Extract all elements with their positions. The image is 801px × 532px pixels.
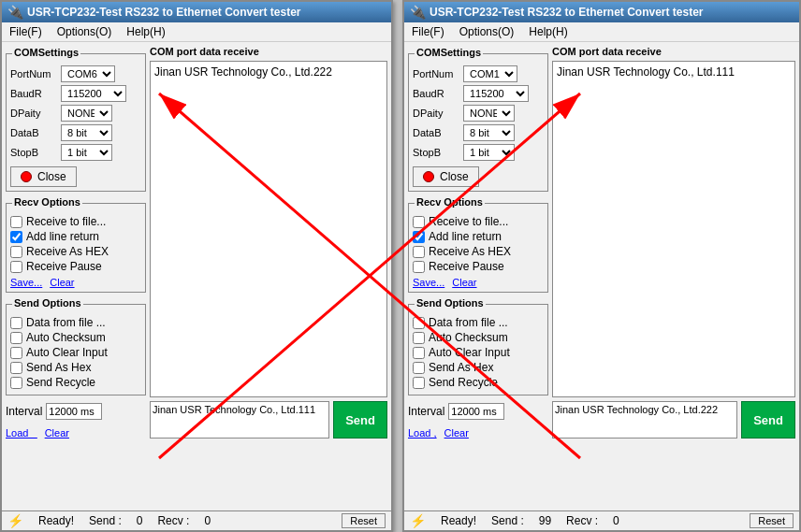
menu-options-2[interactable]: Options(O) (456, 24, 518, 39)
recv-clear-btn-1[interactable]: Clear (50, 277, 74, 288)
recv-opt-label-3-1: Receive Pause (26, 260, 102, 273)
menu-help-2[interactable]: Help(H) (525, 24, 571, 39)
menu-file-1[interactable]: File(F) (6, 24, 46, 39)
interval-label-1: Interval (6, 405, 42, 418)
recv-check-1-1[interactable] (10, 231, 22, 243)
send-stat-label-1: Send : (89, 514, 122, 527)
load-btn-2[interactable]: Load , (408, 427, 437, 439)
load-btn-1[interactable]: Load _ (6, 427, 37, 439)
recv-check-3-1[interactable] (10, 261, 22, 273)
send-opt-0-2: Data from file ... (413, 316, 544, 329)
com-settings-group-1: COMSettings PortNum COM6 BaudR 115200 (6, 53, 146, 192)
com-settings-title-2: COMSettings (415, 47, 483, 58)
menu-file-2[interactable]: File(F) (408, 24, 448, 39)
close-button-1[interactable]: Close (10, 166, 77, 187)
interval-input-2[interactable] (448, 403, 504, 420)
recv-options-title-1: Recv Options (12, 196, 82, 208)
close-label-1: Close (37, 170, 66, 183)
send-opt-0-1: Data from file ... (10, 316, 141, 329)
data-label-2: DataB (413, 127, 459, 138)
send-options-group-2: Send Options Data from file ... Auto Che… (408, 304, 548, 395)
port-select-1[interactable]: COM6 (61, 65, 115, 82)
menu-options-1[interactable]: Options(O) (53, 24, 116, 39)
left-panel-2: COMSettings PortNum COM1 BaudR 115200 (408, 46, 548, 439)
stop-select-2[interactable]: 1 bit (463, 144, 515, 161)
baud-row-1: BaudR 115200 (10, 85, 141, 102)
port-row-1: PortNum COM6 (10, 65, 141, 82)
window-title-1: USR-TCP232-Test RS232 to Ethernet Conver… (27, 6, 301, 19)
send-check-2-1[interactable] (10, 347, 22, 359)
dparity-label-2: DPaity (413, 108, 459, 119)
recv-check-0-1[interactable] (10, 216, 22, 228)
load-clear-row-2: Load , Clear (408, 427, 548, 439)
reset-btn-1[interactable]: Reset (342, 513, 386, 528)
data-select-2[interactable]: 8 bit (463, 124, 515, 141)
menu-help-1[interactable]: Help(H) (123, 24, 168, 39)
right-panel-2: COM port data receive Jinan USR Technolo… (552, 46, 795, 439)
stop-row-2: StopB 1 bit (413, 144, 544, 161)
save-btn-2[interactable]: Save... (413, 277, 444, 288)
send-options-group-1: Send Options Data from file ... Auto Che… (6, 304, 146, 395)
baud-select-2[interactable]: 115200 (463, 85, 529, 102)
send-button-2[interactable]: Send (741, 401, 795, 439)
recv-check-2-1[interactable] (10, 246, 22, 258)
port-row-2: PortNum COM1 (413, 65, 544, 82)
interval-label-2: Interval (408, 405, 444, 418)
recv-options-title-2: Recv Options (415, 196, 485, 208)
send-check-3-2[interactable] (413, 362, 425, 374)
clear-send-btn-2[interactable]: Clear (444, 427, 469, 439)
send-textarea-2[interactable]: Jinan USR Technology Co., Ltd.222 (552, 401, 737, 439)
data-select-1[interactable]: 8 bit (61, 124, 112, 141)
main-content-2: COMSettings PortNum COM1 BaudR 115200 (404, 42, 799, 442)
app-icon-1: 🔌 (7, 5, 23, 20)
port-select-2[interactable]: COM1 (463, 65, 517, 82)
send-check-3-1[interactable] (10, 362, 22, 374)
dparity-label-1: DPaity (10, 108, 57, 119)
right-panel-1: COM port data receive Jinan USR Technolo… (150, 46, 387, 439)
send-textarea-1[interactable]: Jinan USR Technology Co., Ltd.111 (150, 401, 329, 439)
stop-label-1: StopB (10, 147, 57, 158)
recv-check-1-2[interactable] (413, 231, 425, 243)
com-port-label-1: COM port data receive (150, 46, 387, 57)
recv-check-0-2[interactable] (413, 216, 425, 228)
send-check-0-1[interactable] (10, 317, 22, 329)
send-check-2-2[interactable] (413, 347, 425, 359)
recv-opt-2-1: Receive As HEX (10, 245, 141, 258)
ready-icon-2: ⚡ (410, 513, 426, 528)
clear-send-btn-1[interactable]: Clear (45, 427, 69, 439)
save-btn-1[interactable]: Save... (10, 277, 42, 288)
send-check-4-1[interactable] (10, 377, 22, 389)
send-check-1-1[interactable] (10, 332, 22, 344)
send-area-row-2: Jinan USR Technology Co., Ltd.222 Send (552, 401, 795, 439)
send-button-1[interactable]: Send (333, 401, 387, 439)
send-stat-value-2: 99 (539, 514, 551, 527)
interval-row-1: Interval (6, 403, 146, 420)
recv-link-row-1: Save... Clear (10, 277, 141, 288)
send-opt-4-2: Send Recycle (413, 376, 544, 389)
send-check-4-2[interactable] (413, 377, 425, 389)
recv-clear-btn-2[interactable]: Clear (452, 277, 476, 288)
recv-opt-3-2: Receive Pause (413, 260, 544, 273)
send-opt-3-2: Send As Hex (413, 361, 544, 374)
load-clear-row-1: Load _ Clear (6, 427, 146, 439)
baud-select-1[interactable]: 115200 (61, 85, 126, 102)
stop-row-1: StopB 1 bit (10, 144, 141, 161)
com-display-text-2: Jinan USR Technology Co., Ltd.111 (557, 65, 735, 79)
red-indicator-2 (423, 171, 434, 182)
stop-select-1[interactable]: 1 bit (61, 144, 112, 161)
send-opt-label-2-1: Auto Clear Input (26, 346, 108, 359)
data-label-1: DataB (10, 127, 57, 138)
dparity-select-2[interactable]: NONE (463, 105, 515, 122)
send-opt-2-2: Auto Clear Input (413, 346, 544, 359)
send-check-0-2[interactable] (413, 317, 425, 329)
ready-text-2: Ready! (441, 514, 476, 527)
recv-check-3-2[interactable] (413, 261, 425, 273)
close-button-2[interactable]: Close (413, 166, 479, 187)
stop-label-2: StopB (413, 147, 459, 158)
send-check-1-2[interactable] (413, 332, 425, 344)
dparity-select-1[interactable]: NONE (61, 105, 112, 122)
reset-btn-2[interactable]: Reset (750, 513, 794, 528)
recv-opt-2-2: Receive As HEX (413, 245, 544, 258)
recv-check-2-2[interactable] (413, 246, 425, 258)
interval-input-1[interactable] (46, 403, 102, 420)
